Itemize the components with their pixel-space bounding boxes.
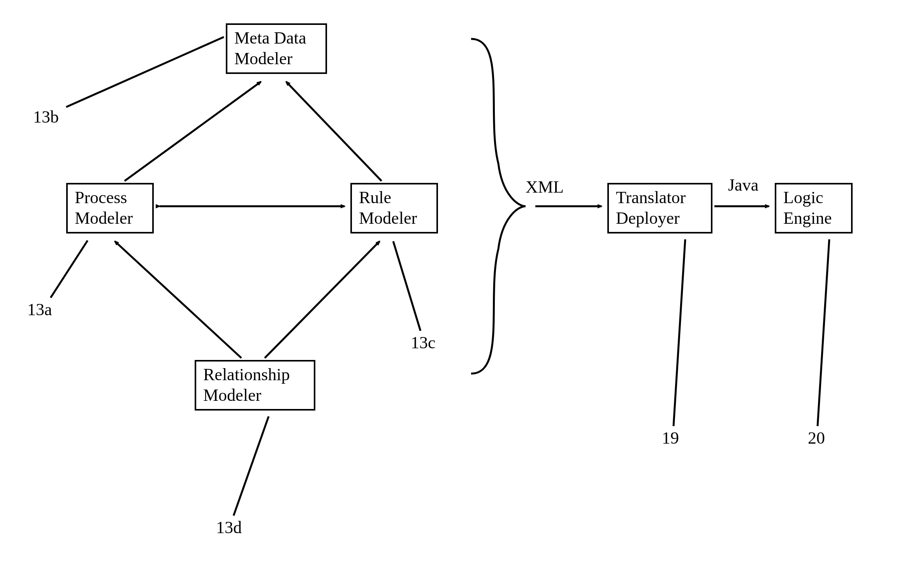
ref-13c-label: 13c: [411, 333, 436, 353]
leader-19: [674, 239, 685, 426]
curly-brace: [471, 39, 526, 374]
diagram-overlay: [0, 0, 904, 588]
leader-13a: [51, 240, 88, 298]
meta-data-modeler-box: Meta DataModeler: [226, 23, 327, 74]
leader-20: [818, 239, 829, 426]
process-modeler-text: ProcessModeler: [75, 188, 133, 228]
arrow-relationship-to-process: [115, 241, 241, 358]
ref-13a-label: 13a: [27, 300, 52, 320]
logic-engine-box: LogicEngine: [775, 183, 853, 233]
meta-data-modeler-text: Meta DataModeler: [234, 28, 306, 68]
ref-20-label: 20: [808, 428, 825, 449]
rule-modeler-text: RuleModeler: [359, 188, 417, 228]
xml-label: XML: [526, 177, 564, 198]
java-label: Java: [728, 175, 758, 196]
ref-19-label: 19: [662, 428, 679, 449]
logic-engine-text: LogicEngine: [783, 188, 832, 228]
leader-13b: [66, 37, 224, 107]
leader-13d: [234, 416, 269, 516]
arrow-rule-to-metadata: [286, 82, 382, 181]
arrow-relationship-to-rule: [265, 241, 380, 358]
process-modeler-box: ProcessModeler: [66, 183, 154, 233]
ref-13b-label: 13b: [33, 107, 59, 128]
translator-deployer-text: TranslatorDeployer: [616, 188, 686, 228]
relationship-modeler-box: RelationshipModeler: [195, 360, 315, 411]
arrow-process-to-metadata: [125, 82, 261, 181]
relationship-modeler-text: RelationshipModeler: [203, 365, 290, 405]
rule-modeler-box: RuleModeler: [350, 183, 438, 233]
translator-deployer-box: TranslatorDeployer: [607, 183, 712, 233]
ref-13d-label: 13d: [216, 518, 242, 538]
leader-13c: [393, 241, 420, 331]
